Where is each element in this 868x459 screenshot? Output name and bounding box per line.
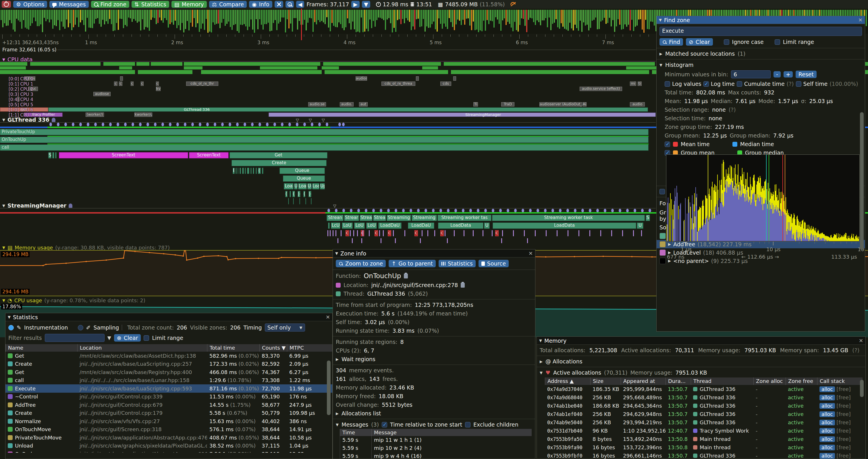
frame-bar[interactable]: [451, 10, 452, 22]
frame-bar[interactable]: [40, 10, 41, 24]
frame-bar[interactable]: [209, 10, 210, 32]
frame-bar[interactable]: [583, 10, 584, 22]
frame-bar[interactable]: [595, 10, 596, 18]
frame-bar[interactable]: [592, 10, 593, 21]
frame-bar[interactable]: [442, 10, 443, 29]
frame-bar[interactable]: [569, 10, 570, 23]
frame-bar[interactable]: [443, 10, 445, 24]
frame-dropdown-button[interactable]: ▼: [362, 1, 370, 8]
memory-allocation-row[interactable]: 0x7553b9fa9016 bytes153,722,396ns13:50.8…: [545, 443, 863, 452]
frame-bar[interactable]: [185, 10, 186, 29]
frame-bar[interactable]: [492, 10, 493, 21]
frame-bar[interactable]: [268, 10, 269, 23]
table-row[interactable]: Executejni/../jni/src/claw/base/LuaScrip…: [5, 384, 332, 393]
frame-bar[interactable]: [266, 10, 267, 24]
zone-bar[interactable]: [52, 152, 54, 159]
collapsed-zone-dot[interactable]: [251, 123, 254, 126]
frame-bar[interactable]: [629, 10, 631, 30]
zone-bar[interactable]: LoU: [366, 223, 377, 229]
table-row[interactable]: calljni/../jni/../../../src/claw/base/Lu…: [5, 376, 332, 385]
collapsed-zone-dot[interactable]: [338, 123, 341, 126]
frame-bar[interactable]: [83, 10, 85, 25]
frame-bar[interactable]: [633, 10, 634, 31]
frame-bar[interactable]: [312, 10, 314, 32]
frame-bar[interactable]: [431, 10, 433, 24]
zone-bar[interactable]: (: [258, 168, 261, 174]
zone-bar[interactable]: [240, 168, 241, 174]
frame-bar[interactable]: [414, 10, 415, 30]
frame-bar[interactable]: [125, 10, 126, 25]
frame-bar[interactable]: [437, 10, 438, 32]
collapsed-zone-dot[interactable]: [296, 123, 299, 126]
frame-bar[interactable]: [507, 10, 508, 22]
zone-bar[interactable]: LoU: [354, 223, 365, 229]
frame-bar[interactable]: [588, 10, 589, 30]
frame-bar[interactable]: [25, 10, 26, 28]
time-relative-checkbox[interactable]: [382, 422, 387, 427]
frame-bar[interactable]: [866, 10, 867, 26]
collapsed-zone-dot[interactable]: [109, 123, 112, 126]
frame-bar[interactable]: [542, 10, 543, 21]
cpu-zone-bar[interactable]: [416, 76, 419, 81]
frame-bar[interactable]: [490, 10, 491, 21]
collapsed-zone-dot[interactable]: [184, 123, 186, 126]
frame-bar[interactable]: [426, 10, 427, 26]
frame-bar[interactable]: [493, 10, 495, 28]
bin-plus-button[interactable]: +: [783, 71, 793, 77]
cpu-zone-bar[interactable]: audio.service (effect): [580, 87, 622, 91]
frame-bar[interactable]: [385, 10, 386, 30]
frame-bar[interactable]: [44, 10, 45, 18]
frame-bar[interactable]: [547, 10, 548, 27]
frame-bar[interactable]: [420, 10, 421, 27]
frame-bar[interactable]: [485, 10, 486, 31]
frame-bar[interactable]: [107, 10, 108, 24]
alloc-link[interactable]: alloc: [819, 436, 835, 442]
frame-bar[interactable]: [302, 10, 303, 25]
zone-bar[interactable]: Create: [231, 160, 327, 166]
zone-statistics-button[interactable]: Statistics: [439, 260, 476, 267]
frame-bar[interactable]: [49, 10, 50, 22]
frame-bar[interactable]: [252, 10, 253, 30]
collapsed-zone-dot[interactable]: [124, 123, 127, 126]
zone-bar[interactable]: [256, 168, 257, 174]
frame-bar[interactable]: [474, 10, 476, 30]
frame-bar[interactable]: [502, 10, 503, 21]
find-zone-search-input[interactable]: Execute: [659, 27, 862, 36]
message-row[interactable]: 5.59 smip 9 w 4 h 4 (16): [340, 452, 532, 459]
frame-bar[interactable]: [530, 10, 531, 18]
frame-bar[interactable]: [89, 10, 90, 28]
frame-bar[interactable]: [140, 10, 141, 30]
sampling-radio[interactable]: [78, 325, 83, 330]
frame-bar[interactable]: [576, 10, 577, 28]
stats-column-header[interactable]: Name: [5, 344, 77, 352]
fz-clear-button[interactable]: ⊘Clear: [686, 38, 713, 46]
frame-bar[interactable]: [207, 10, 209, 33]
frame-bar[interactable]: [476, 10, 477, 30]
frame-bar[interactable]: [9, 10, 10, 20]
frame-bar[interactable]: [69, 10, 71, 23]
frame-bar[interactable]: [500, 10, 501, 31]
zone-bar[interactable]: [293, 198, 294, 204]
frame-bar[interactable]: [306, 10, 307, 30]
frame-bar[interactable]: [618, 10, 619, 19]
min-bin-input[interactable]: 6: [731, 70, 771, 78]
memory-allocation-row[interactable]: 0x7553b9fa508 bytes153,492,240ns13:50.8M…: [545, 435, 863, 443]
frame-bar[interactable]: [144, 10, 145, 30]
zone-bar[interactable]: U: [637, 223, 643, 229]
lock-zone-bar[interactable]: C: [388, 230, 391, 236]
cpu-zone-bar[interactable]: Ti: [473, 102, 478, 106]
collapsed-zone-dot[interactable]: [87, 123, 89, 126]
frame-bar[interactable]: [11, 10, 12, 23]
alloc-link[interactable]: alloc: [819, 412, 835, 417]
lock-zone-bar[interactable]: C: [440, 230, 444, 236]
frame-bar[interactable]: [390, 10, 391, 23]
frame-bar[interactable]: [509, 10, 510, 24]
frame-bar[interactable]: [244, 10, 245, 24]
frame-bar[interactable]: [647, 10, 648, 29]
table-row[interactable]: AddTreejni/../jni/src/guif/Control.cpp:6…: [5, 401, 332, 409]
frame-bar[interactable]: [188, 10, 190, 30]
frame-bar[interactable]: [447, 10, 448, 29]
frame-bar[interactable]: [635, 10, 636, 27]
frame-bar[interactable]: [638, 10, 639, 20]
frame-bar[interactable]: [106, 10, 107, 21]
